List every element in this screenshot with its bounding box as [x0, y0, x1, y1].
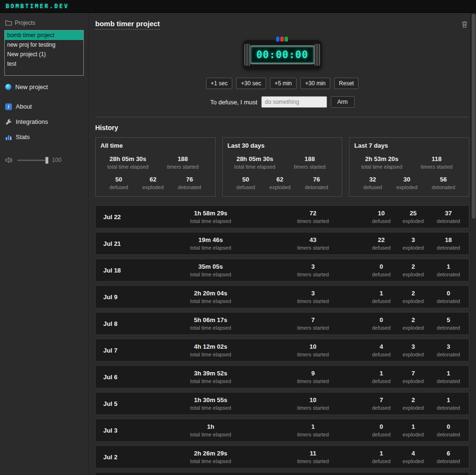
stat-value: 56 [432, 176, 455, 183]
new-project-button[interactable]: New project [5, 83, 83, 91]
stat-label: timers started [262, 352, 364, 357]
stat-label: defused [363, 184, 382, 190]
history-summary-cards: All time 28h 05m 30s total time elapsed … [95, 137, 469, 197]
day-date: Jul 2 [103, 454, 159, 461]
volume-slider[interactable] [17, 160, 48, 161]
stat-label: total time elapsed [100, 164, 155, 170]
page-title[interactable]: bomb timer project [95, 20, 160, 30]
history-day-row: Jul 5 1h 30m 55s total time elapsed 10 t… [95, 392, 469, 415]
stat-label: exploded [398, 378, 428, 384]
stat-value: 7 [364, 396, 398, 404]
folder-icon [5, 20, 12, 26]
timer-add-button[interactable]: Reset [334, 78, 358, 89]
stat-exploded: 2 exploded [398, 263, 428, 277]
stat-label: detonated [305, 184, 328, 190]
stat-value: 188 [282, 155, 337, 162]
stat-defused: 1 defused [364, 450, 398, 464]
stat-label: exploded [398, 218, 428, 224]
stat-value: 4 [364, 343, 398, 350]
stat-value: 1 [428, 263, 469, 270]
stat-value: 3 [262, 263, 364, 270]
about-label: About [16, 103, 32, 110]
stat-label: exploded [398, 245, 428, 251]
stat-total-time-elapsed: 28h 05m 30s total time elapsed [100, 155, 155, 170]
stat-value: 62 [142, 176, 164, 183]
stat-value: 1h 58m 29s [159, 210, 262, 217]
scrollbar[interactable] [470, 13, 476, 475]
scrollbar-thumb[interactable] [472, 14, 476, 219]
stat-value: 43 [262, 236, 364, 243]
project-list[interactable]: bomb timer project new proj for testing … [4, 30, 84, 76]
timer-add-button[interactable]: +1 sec [206, 78, 233, 89]
stat-timers-started: 10 timers started [262, 343, 364, 357]
stat-label: exploded [398, 272, 428, 277]
stat-label: timers started [262, 298, 364, 304]
project-item[interactable]: new proj for testing [5, 40, 83, 50]
stat-detonated: 76 detonated [178, 176, 201, 190]
summary-card-title: Last 7 days [354, 142, 464, 149]
stat-defused: 0 defused [364, 423, 398, 437]
stat-value: 0 [428, 423, 469, 430]
history-day-row: Jul 9 2h 20m 04s total time elapsed 3 ti… [95, 285, 469, 308]
volume-slider-thumb[interactable] [45, 157, 49, 164]
stat-value: 9 [262, 370, 364, 377]
history-day-row: Jul 2 2h 26m 29s total time elapsed 11 t… [95, 445, 469, 468]
timer-add-button[interactable]: +30 min [300, 78, 330, 89]
delete-project-button[interactable] [460, 20, 469, 29]
project-item[interactable]: New project (1) [5, 50, 83, 59]
speaker-icon[interactable] [5, 157, 13, 163]
stat-defused: 1 defused [364, 290, 398, 304]
stat-value: 22 [364, 236, 398, 243]
stat-timers-started: 43 timers started [262, 236, 364, 251]
timer-buttons: +1 sec +30 sec +5 min +30 min Reset [95, 78, 469, 89]
wire-blue-icon [276, 37, 279, 41]
stat-label: defused [364, 352, 398, 357]
stat-label: exploded [398, 352, 428, 357]
stat-value: 50 [109, 176, 128, 183]
sidebar-item-about[interactable]: i About [5, 103, 83, 110]
stat-label: timers started [409, 164, 464, 170]
history-day-row: Jul 7 4h 12m 02s total time elapsed 10 t… [95, 339, 469, 362]
arm-button[interactable]: Arm [331, 96, 355, 108]
stat-value: 4 [398, 450, 428, 457]
stat-defused: 4 defused [364, 343, 398, 357]
bomb-graphic: 00:00:00 [243, 40, 322, 70]
integrations-label: Integrations [16, 118, 48, 125]
history-day-row: Jul 8 5h 06m 17s total time elapsed 7 ti… [95, 312, 469, 335]
stat-label: total time elapsed [159, 325, 262, 331]
stat-total-time-elapsed: 2h 53m 20s total time elapsed [354, 155, 409, 170]
defuse-input[interactable] [261, 96, 327, 108]
stat-timers-started: 10 timers started [262, 396, 364, 411]
stat-total-time-elapsed: 2h 20m 04s total time elapsed [159, 290, 262, 304]
stat-value: 19m 46s [159, 236, 262, 243]
stat-label: timers started [262, 432, 364, 437]
stat-value: 7 [262, 316, 364, 323]
history-day-list: Jul 22 1h 58m 29s total time elapsed 72 … [95, 205, 469, 475]
stat-label: exploded [142, 184, 164, 190]
stat-exploded: 2 exploded [398, 290, 428, 304]
stat-label: exploded [398, 458, 428, 464]
sidebar-item-integrations[interactable]: Integrations [5, 118, 83, 125]
stat-defused: 0 defused [364, 263, 398, 277]
stat-label: defused [109, 184, 128, 190]
stat-value: 5 [428, 316, 469, 323]
stat-value: 0 [364, 263, 398, 270]
project-item[interactable]: bomb timer project [5, 30, 83, 40]
sidebar-item-stats[interactable]: Stats [5, 133, 83, 141]
stat-value: 1h 30m 55s [159, 396, 262, 404]
timer-add-button[interactable]: +5 min [270, 78, 297, 89]
wire-green-icon [285, 37, 288, 41]
history-day-row: Jul 22 1h 58m 29s total time elapsed 72 … [95, 205, 469, 228]
stat-label: total time elapsed [159, 405, 262, 411]
app-logo[interactable]: BOMBTIMER.DEV [6, 3, 69, 10]
stat-label: total time elapsed [228, 164, 282, 170]
stat-value: 2h 20m 04s [159, 290, 262, 297]
stat-label: defused [364, 458, 398, 464]
bomb-cap-left [244, 44, 250, 66]
timer-add-button[interactable]: +30 sec [236, 78, 266, 89]
stat-label: total time elapsed [159, 272, 262, 277]
project-item[interactable]: test [5, 59, 83, 69]
stat-value: 3 [428, 343, 469, 350]
stat-timers-started: 9 timers started [262, 370, 364, 384]
stat-value: 1h [159, 423, 262, 430]
